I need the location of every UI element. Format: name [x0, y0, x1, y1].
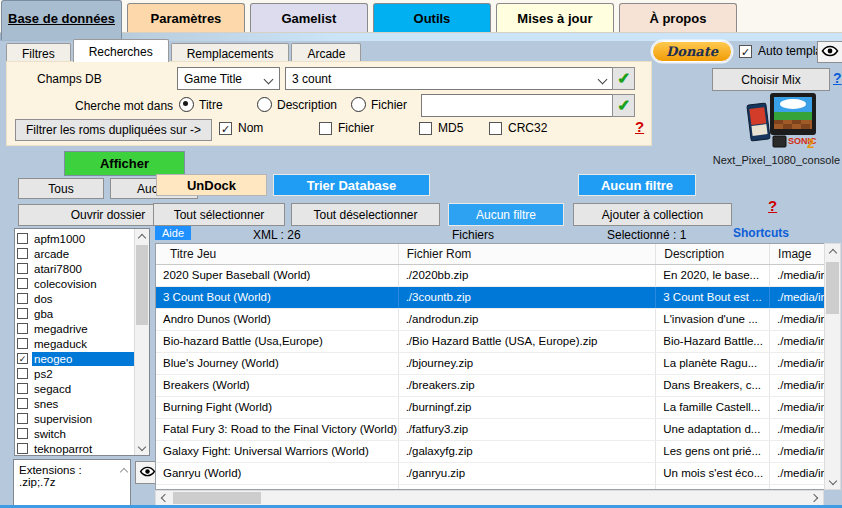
checkbox-box[interactable]: [17, 383, 28, 394]
col-header-titre-jeu[interactable]: Titre Jeu: [156, 244, 399, 264]
tab-propos[interactable]: À propos: [619, 3, 737, 32]
system-item-supervision[interactable]: supervision: [15, 411, 136, 426]
search-combo[interactable]: 3 count: [285, 67, 614, 90]
actions-help-link[interactable]: ?: [768, 197, 777, 214]
tab-base-de-donn-es[interactable]: Base de données: [1, 0, 122, 40]
table-hscrollbar[interactable]: [155, 490, 824, 506]
choisir-mix-button[interactable]: Choisir Mix: [712, 68, 830, 91]
donate-button[interactable]: Donate: [652, 41, 732, 62]
system-item-snes[interactable]: snes: [15, 396, 136, 411]
sub-tab-recherches[interactable]: Recherches: [73, 39, 169, 62]
checkbox-box[interactable]: [319, 122, 332, 135]
system-item-megaduck[interactable]: megaduck: [15, 336, 136, 351]
table-vscrollbar[interactable]: [824, 243, 841, 490]
checkbox-box[interactable]: ✓: [219, 122, 232, 135]
radio-titre[interactable]: Titre: [179, 97, 223, 112]
table-row[interactable]: Fatal Fury 3: Road to the Final Victory …: [156, 419, 824, 441]
checkbox-box[interactable]: ✓: [739, 45, 752, 58]
aucun-filtre-button[interactable]: Aucun filtre: [448, 203, 564, 226]
apply-word-button[interactable]: ✓: [612, 94, 635, 117]
col-header-fichier-rom[interactable]: Fichier Rom: [399, 244, 657, 264]
table-row[interactable]: Bio-hazard Battle (Usa,Europe) ./Bio Haz…: [156, 331, 824, 353]
aucun-filtre-top-button[interactable]: Aucun filtre: [578, 174, 696, 196]
trier-database-button[interactable]: Trier Database: [273, 174, 430, 196]
system-item-segacd[interactable]: segacd: [15, 381, 136, 396]
afficher-button[interactable]: Afficher: [64, 151, 185, 176]
ajouter-collection-button[interactable]: Ajouter à collection: [573, 203, 732, 226]
sub-tab-arcade[interactable]: Arcade: [291, 43, 361, 62]
checkbox-box[interactable]: [17, 233, 28, 244]
tab-param-tres[interactable]: Paramètres: [127, 3, 245, 32]
sonic2-mix-thumbnail[interactable]: SONIC 2: [744, 92, 818, 152]
radio-circle[interactable]: [257, 97, 272, 112]
mix-help-link[interactable]: ?: [833, 70, 842, 86]
col-header-image[interactable]: Image: [770, 244, 824, 264]
tab-mises-jour[interactable]: Mises à jour: [496, 3, 614, 32]
checkbox-box[interactable]: [17, 428, 28, 439]
table-row[interactable]: 2020 Super Baseball (World) ./2020bb.zip…: [156, 265, 824, 287]
undock-button[interactable]: UnDock: [156, 174, 267, 196]
checkbox-box[interactable]: [17, 248, 28, 259]
dup-checkbox-md5[interactable]: MD5: [419, 121, 463, 135]
table-header[interactable]: Titre Jeu Fichier Rom Description Image: [156, 244, 824, 265]
checkbox-box[interactable]: [17, 323, 28, 334]
checkbox-box[interactable]: [17, 413, 28, 424]
system-item-arcade[interactable]: arcade: [15, 246, 136, 261]
table-row[interactable]: Breakers (World) ./breakers.zip Dans Bre…: [156, 375, 824, 397]
checkbox-box[interactable]: [17, 278, 28, 289]
scroll-right-icon[interactable]: [807, 491, 823, 505]
aide-button[interactable]: Aide: [155, 226, 191, 240]
tout-deselectionner-button[interactable]: Tout déselectionner: [291, 203, 440, 226]
radio-circle[interactable]: [179, 97, 194, 112]
system-item-ps2[interactable]: ps2: [15, 366, 136, 381]
radio-description[interactable]: Description: [257, 97, 337, 112]
table-row[interactable]: Andro Dunos (World) ./androdun.zip L'inv…: [156, 309, 824, 331]
tab-gamelist[interactable]: Gamelist: [250, 3, 368, 32]
scroll-down-icon[interactable]: [825, 474, 840, 489]
table-row[interactable]: Galaxy Fight: Universal Warriors (World)…: [156, 441, 824, 463]
dup-checkbox-crc32[interactable]: CRC32: [489, 121, 547, 135]
tout-selectionner-button[interactable]: Tout sélectionner: [153, 203, 285, 226]
radio-fichier[interactable]: Fichier: [351, 97, 407, 112]
apply-search-button[interactable]: ✓: [612, 67, 635, 90]
system-item-atari7800[interactable]: atari7800: [15, 261, 136, 276]
sub-tab-remplacements[interactable]: Remplacements: [171, 43, 290, 62]
checkbox-box[interactable]: [17, 398, 28, 409]
system-list-scrollbar[interactable]: [134, 229, 149, 455]
table-row[interactable]: Blue's Journey (World) ./bjourney.zip La…: [156, 353, 824, 375]
scroll-up-icon[interactable]: [825, 244, 840, 259]
scroll-up-icon[interactable]: [121, 465, 127, 477]
checkbox-box[interactable]: [17, 338, 28, 349]
table-row[interactable]: 3 Count Bout (World) ./3countb.zip 3 Cou…: [156, 287, 824, 309]
table-row[interactable]: Burning Fight (World) ./burningf.zip La …: [156, 397, 824, 419]
system-item-dos[interactable]: dos: [15, 291, 136, 306]
checkbox-box[interactable]: [17, 368, 28, 379]
dup-checkbox-nom[interactable]: ✓ Nom: [219, 121, 263, 135]
scrollbar-thumb[interactable]: [173, 492, 261, 504]
system-list[interactable]: apfm1000 arcade atari7800 colecovision d…: [14, 228, 150, 456]
system-item-colecovision[interactable]: colecovision: [15, 276, 136, 291]
system-item-apfm1000[interactable]: apfm1000: [15, 231, 136, 246]
col-header-description[interactable]: Description: [656, 244, 770, 264]
scroll-up-icon[interactable]: [135, 229, 149, 244]
tous-button[interactable]: Tous: [18, 178, 104, 199]
system-item-gba[interactable]: gba: [15, 306, 136, 321]
scroll-down-icon[interactable]: [135, 440, 149, 455]
system-item-megadrive[interactable]: megadrive: [15, 321, 136, 336]
db-field-select[interactable]: Game Title: [177, 67, 280, 90]
checkbox-box[interactable]: [17, 293, 28, 304]
checkbox-box[interactable]: [17, 443, 28, 454]
radio-circle[interactable]: [351, 97, 366, 112]
scroll-left-icon[interactable]: [156, 491, 172, 505]
preview-eye-button[interactable]: [817, 41, 842, 63]
table-row[interactable]: Ganryu (World) ./ganryu.zip Un mois s'es…: [156, 463, 824, 485]
checkbox-box[interactable]: [419, 122, 432, 135]
checkbox-box[interactable]: [17, 308, 28, 319]
system-item-switch[interactable]: switch: [15, 426, 136, 441]
extensions-box[interactable]: Extensions : .zip;.7z: [13, 459, 131, 506]
scrollbar-thumb[interactable]: [826, 262, 839, 314]
filter-duplicates-button[interactable]: Filtrer les roms dupliquées sur ->: [15, 119, 212, 141]
sub-tab-filtres[interactable]: Filtres: [6, 43, 71, 62]
scrollbar-thumb[interactable]: [136, 245, 148, 325]
checkbox-box[interactable]: [489, 122, 502, 135]
